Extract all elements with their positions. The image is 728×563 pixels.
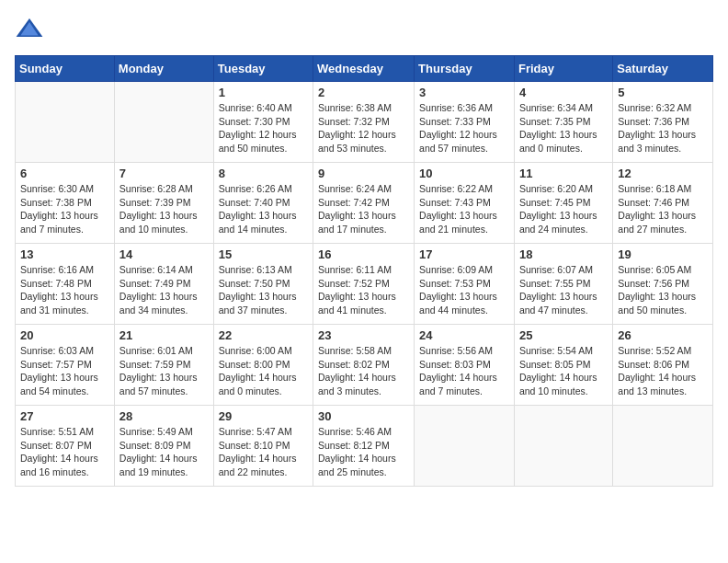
calendar-cell: 18Sunrise: 6:07 AMSunset: 7:55 PMDayligh… (514, 244, 612, 325)
day-info: Sunrise: 6:36 AMSunset: 7:33 PMDaylight:… (419, 101, 509, 155)
day-info: Sunrise: 6:40 AMSunset: 7:30 PMDaylight:… (219, 101, 308, 155)
day-number: 22 (219, 328, 308, 342)
calendar-cell: 1Sunrise: 6:40 AMSunset: 7:30 PMDaylight… (213, 82, 313, 163)
logo-icon (15, 15, 44, 44)
calendar-cell: 14Sunrise: 6:14 AMSunset: 7:49 PMDayligh… (114, 244, 213, 325)
day-number: 9 (318, 167, 409, 180)
day-number: 26 (618, 328, 708, 342)
day-info: Sunrise: 6:14 AMSunset: 7:49 PMDaylight:… (119, 263, 209, 317)
page-header (15, 15, 713, 44)
day-info: Sunrise: 6:34 AMSunset: 7:35 PMDaylight:… (519, 101, 608, 155)
day-info: Sunrise: 6:18 AMSunset: 7:46 PMDaylight:… (618, 182, 708, 236)
calendar-cell (514, 406, 612, 487)
calendar-cell: 26Sunrise: 5:52 AMSunset: 8:06 PMDayligh… (613, 325, 713, 406)
day-info: Sunrise: 6:13 AMSunset: 7:50 PMDaylight:… (219, 263, 308, 317)
calendar-cell (415, 406, 515, 487)
calendar-cell (16, 82, 115, 163)
day-number: 29 (219, 409, 308, 423)
calendar-cell: 6Sunrise: 6:30 AMSunset: 7:38 PMDaylight… (16, 163, 115, 244)
day-info: Sunrise: 6:09 AMSunset: 7:53 PMDaylight:… (419, 263, 509, 317)
calendar-cell: 4Sunrise: 6:34 AMSunset: 7:35 PMDaylight… (514, 82, 612, 163)
calendar-cell: 21Sunrise: 6:01 AMSunset: 7:59 PMDayligh… (114, 325, 213, 406)
calendar-cell: 19Sunrise: 6:05 AMSunset: 7:56 PMDayligh… (613, 244, 713, 325)
day-number: 14 (119, 247, 209, 261)
calendar-cell: 10Sunrise: 6:22 AMSunset: 7:43 PMDayligh… (415, 163, 515, 244)
day-of-week-header: Monday (114, 56, 213, 82)
day-info: Sunrise: 5:52 AMSunset: 8:06 PMDaylight:… (618, 344, 708, 398)
day-info: Sunrise: 6:32 AMSunset: 7:36 PMDaylight:… (618, 101, 708, 155)
calendar-cell: 17Sunrise: 6:09 AMSunset: 7:53 PMDayligh… (415, 244, 515, 325)
day-info: Sunrise: 6:24 AMSunset: 7:42 PMDaylight:… (318, 182, 409, 236)
day-number: 7 (119, 167, 209, 180)
day-number: 3 (419, 86, 509, 99)
calendar-cell: 2Sunrise: 6:38 AMSunset: 7:32 PMDaylight… (313, 82, 415, 163)
day-number: 15 (219, 247, 308, 261)
day-number: 20 (20, 328, 109, 342)
week-row: 6Sunrise: 6:30 AMSunset: 7:38 PMDaylight… (16, 163, 713, 244)
day-number: 6 (20, 167, 109, 180)
day-of-week-header: Sunday (16, 56, 115, 82)
day-number: 28 (119, 409, 209, 423)
week-row: 20Sunrise: 6:03 AMSunset: 7:57 PMDayligh… (16, 325, 713, 406)
calendar-cell: 24Sunrise: 5:56 AMSunset: 8:03 PMDayligh… (415, 325, 515, 406)
day-info: Sunrise: 5:54 AMSunset: 8:05 PMDaylight:… (519, 344, 608, 398)
day-info: Sunrise: 5:56 AMSunset: 8:03 PMDaylight:… (419, 344, 509, 398)
day-info: Sunrise: 6:20 AMSunset: 7:45 PMDaylight:… (519, 182, 608, 236)
day-info: Sunrise: 5:49 AMSunset: 8:09 PMDaylight:… (119, 425, 209, 479)
day-number: 17 (419, 247, 509, 261)
day-of-week-header: Saturday (613, 56, 713, 82)
day-info: Sunrise: 6:03 AMSunset: 7:57 PMDaylight:… (20, 344, 109, 398)
day-of-week-header: Thursday (415, 56, 515, 82)
day-number: 4 (519, 86, 608, 99)
day-number: 13 (20, 247, 109, 261)
calendar-cell (114, 82, 213, 163)
week-row: 1Sunrise: 6:40 AMSunset: 7:30 PMDaylight… (16, 82, 713, 163)
calendar-cell: 30Sunrise: 5:46 AMSunset: 8:12 PMDayligh… (313, 406, 415, 487)
day-number: 16 (318, 247, 409, 261)
calendar-cell: 12Sunrise: 6:18 AMSunset: 7:46 PMDayligh… (613, 163, 713, 244)
calendar-cell: 5Sunrise: 6:32 AMSunset: 7:36 PMDaylight… (613, 82, 713, 163)
day-of-week-header: Friday (514, 56, 612, 82)
day-number: 5 (618, 86, 708, 99)
calendar-table: SundayMondayTuesdayWednesdayThursdayFrid… (15, 55, 713, 487)
calendar-header-row: SundayMondayTuesdayWednesdayThursdayFrid… (16, 56, 713, 82)
calendar-cell: 13Sunrise: 6:16 AMSunset: 7:48 PMDayligh… (16, 244, 115, 325)
day-info: Sunrise: 6:16 AMSunset: 7:48 PMDaylight:… (20, 263, 109, 317)
calendar-cell: 25Sunrise: 5:54 AMSunset: 8:05 PMDayligh… (514, 325, 612, 406)
day-info: Sunrise: 6:07 AMSunset: 7:55 PMDaylight:… (519, 263, 608, 317)
day-of-week-header: Tuesday (213, 56, 313, 82)
calendar-cell: 23Sunrise: 5:58 AMSunset: 8:02 PMDayligh… (313, 325, 415, 406)
logo (15, 15, 48, 44)
day-number: 11 (519, 167, 608, 180)
calendar-cell: 7Sunrise: 6:28 AMSunset: 7:39 PMDaylight… (114, 163, 213, 244)
calendar-cell: 15Sunrise: 6:13 AMSunset: 7:50 PMDayligh… (213, 244, 313, 325)
day-number: 30 (318, 409, 409, 423)
day-number: 19 (618, 247, 708, 261)
day-info: Sunrise: 6:01 AMSunset: 7:59 PMDaylight:… (119, 344, 209, 398)
week-row: 13Sunrise: 6:16 AMSunset: 7:48 PMDayligh… (16, 244, 713, 325)
day-info: Sunrise: 6:11 AMSunset: 7:52 PMDaylight:… (318, 263, 409, 317)
day-number: 18 (519, 247, 608, 261)
week-row: 27Sunrise: 5:51 AMSunset: 8:07 PMDayligh… (16, 406, 713, 487)
day-number: 2 (318, 86, 409, 99)
day-number: 25 (519, 328, 608, 342)
day-info: Sunrise: 6:05 AMSunset: 7:56 PMDaylight:… (618, 263, 708, 317)
calendar-cell: 16Sunrise: 6:11 AMSunset: 7:52 PMDayligh… (313, 244, 415, 325)
day-of-week-header: Wednesday (313, 56, 415, 82)
calendar-cell: 28Sunrise: 5:49 AMSunset: 8:09 PMDayligh… (114, 406, 213, 487)
calendar-cell: 27Sunrise: 5:51 AMSunset: 8:07 PMDayligh… (16, 406, 115, 487)
day-number: 12 (618, 167, 708, 180)
day-info: Sunrise: 6:00 AMSunset: 8:00 PMDaylight:… (219, 344, 308, 398)
day-info: Sunrise: 6:28 AMSunset: 7:39 PMDaylight:… (119, 182, 209, 236)
day-number: 21 (119, 328, 209, 342)
calendar-cell (613, 406, 713, 487)
day-info: Sunrise: 6:30 AMSunset: 7:38 PMDaylight:… (20, 182, 109, 236)
day-info: Sunrise: 5:58 AMSunset: 8:02 PMDaylight:… (318, 344, 409, 398)
day-info: Sunrise: 6:38 AMSunset: 7:32 PMDaylight:… (318, 101, 409, 155)
calendar-cell: 8Sunrise: 6:26 AMSunset: 7:40 PMDaylight… (213, 163, 313, 244)
day-info: Sunrise: 5:46 AMSunset: 8:12 PMDaylight:… (318, 425, 409, 479)
day-number: 1 (219, 86, 308, 99)
day-number: 27 (20, 409, 109, 423)
day-number: 24 (419, 328, 509, 342)
day-number: 23 (318, 328, 409, 342)
